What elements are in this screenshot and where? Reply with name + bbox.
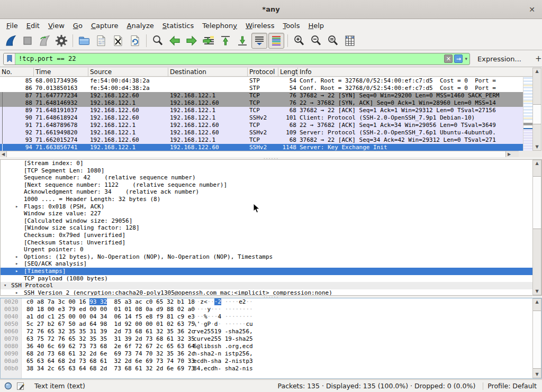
column-header-protocol[interactable]: Protocol: [248, 68, 278, 76]
packet-row-93[interactable]: 9371.662015274192.168.122.60192.168.122.…: [0, 136, 523, 144]
go-back-button[interactable]: [167, 33, 183, 49]
hex-bytes[interactable]: 65 63 64 68 2d 73 68 61 32 2d 6e 69 73 7…: [22, 358, 187, 365]
scrollbar-thumb[interactable]: [533, 104, 541, 124]
hex-row-0080[interactable]: 008036 40 6c 69 62 73 73 68 2e 6f 72 67 …: [1, 343, 541, 350]
stop-capture-button[interactable]: [20, 33, 35, 49]
zoom-reset-button[interactable]: [325, 33, 341, 49]
packet-row-91[interactable]: 9171.648789678192.168.122.1192.168.122.6…: [0, 122, 523, 129]
hscrollbar-thumb[interactable]: [6, 151, 506, 157]
detail-row[interactable]: Window size value: 227: [1, 210, 541, 217]
go-forward-button[interactable]: [184, 33, 200, 49]
hex-ascii[interactable]: h-sha2-n istp256,: [187, 350, 253, 358]
menu-file[interactable]: File: [2, 21, 22, 31]
column-header-time[interactable]: Time: [34, 68, 88, 76]
packet-list-scrollbar[interactable]: ▲ ▼: [532, 68, 541, 151]
packet-row-87[interactable]: 8771.647777234192.168.122.60192.168.122.…: [0, 92, 523, 99]
hex-bytes[interactable]: 5c 27 b2 67 50 ad 64 98 1d 92 00 00 01 0…: [22, 321, 187, 328]
filter-apply-icon[interactable]: →: [454, 54, 463, 63]
open-file-button[interactable]: [76, 33, 92, 49]
go-first-packet-button[interactable]: [218, 33, 233, 49]
filter-bookmark-button[interactable]: [4, 53, 15, 65]
auto-scroll-toggle[interactable]: [251, 33, 267, 49]
menu-edit[interactable]: Edit: [22, 21, 44, 31]
colorize-toggle[interactable]: [268, 33, 284, 49]
expanded-arrow-icon[interactable]: ▾: [4, 282, 6, 289]
hex-row-0040[interactable]: 0040a1 dd c1 25 00 00 04 34 06 14 f5 e8 …: [1, 313, 541, 321]
scroll-right-icon[interactable]: ▶: [506, 151, 512, 157]
add-filter-button[interactable]: +: [532, 54, 542, 63]
detail-row[interactable]: ▸Flags: 0x018 (PSH, ACK): [1, 203, 541, 211]
filter-dropdown-icon[interactable]: ▾: [465, 56, 467, 61]
detail-row[interactable]: Urgent pointer: 0: [1, 246, 541, 253]
hex-row-0090[interactable]: 009068 2d 73 68 61 32 2d 6e 69 73 74 70 …: [1, 350, 541, 358]
packet-row-92[interactable]: 9271.661949820192.168.122.1192.168.122.6…: [0, 129, 523, 136]
packet-row-88[interactable]: 8871.648146932192.168.122.1192.168.122.6…: [0, 99, 523, 107]
filter-clear-icon[interactable]: ✕: [444, 54, 453, 63]
packet-row-85[interactable]: 8568.001734936fe:54:00:d4:38:2aSTP54Conf…: [0, 77, 523, 85]
save-file-button[interactable]: 010101100011: [93, 33, 109, 49]
hex-row-00a0[interactable]: 00a065 63 64 68 2d 73 68 61 32 2d 6e 69 …: [1, 358, 541, 365]
profile-status[interactable]: Profile: Default: [487, 382, 537, 390]
column-header-source[interactable]: Source: [88, 68, 168, 76]
detail-row[interactable]: 1000 .... = Header Length: 32 bytes (8): [1, 196, 541, 203]
packet-list-header[interactable]: No.TimeSourceDestinationProtocolLengthIn…: [0, 68, 533, 77]
hex-ascii[interactable]: 84,ecdh- sha2-nis: [187, 365, 253, 372]
scroll-left-icon[interactable]: ◀: [0, 151, 6, 157]
restart-capture-button[interactable]: [37, 33, 52, 49]
resize-columns-button[interactable]: [342, 33, 358, 49]
column-header-no[interactable]: No.: [0, 68, 34, 76]
hex-bytes[interactable]: c0 a8 7a 3c 00 16 93 32 85 a3 ac c0 65 3…: [22, 298, 187, 306]
hex-bytes[interactable]: 80 18 00 e3 79 ed 00 00 01 01 08 0a d9 8…: [22, 306, 187, 313]
packet-list-hscrollbar[interactable]: ◀ ▶: [0, 151, 519, 157]
detail-row[interactable]: [Window size scaling factor: 128]: [1, 224, 541, 232]
close-file-button[interactable]: [110, 33, 126, 49]
scroll-down-icon[interactable]: ▼: [533, 288, 541, 295]
detail-row[interactable]: ▸Options: (12 bytes), No-Operation (NOP)…: [1, 253, 541, 261]
collapsed-arrow-icon[interactable]: ▸: [15, 203, 18, 211]
title-bar[interactable]: *any ✕: [0, 0, 542, 19]
scroll-up-icon[interactable]: ▲: [533, 299, 541, 305]
column-header-info[interactable]: Info: [298, 68, 533, 76]
menu-go[interactable]: Go: [69, 21, 87, 31]
detail-row[interactable]: Acknowledgment number: 34 (relative ack …: [1, 188, 541, 196]
filter-expression-value[interactable]: !tcp.port == 22: [15, 55, 444, 62]
collapsed-arrow-icon[interactable]: ▸: [15, 268, 18, 275]
hex-bytes[interactable]: 72 76 65 32 35 35 31 39 2d 73 68 61 32 3…: [22, 328, 187, 335]
detail-row[interactable]: ▸[SEQ/ACK analysis]: [1, 260, 541, 268]
hex-row-0020[interactable]: 0020c0 a8 7a 3c 00 16 93 32 85 a3 ac c0 …: [1, 298, 541, 306]
hex-row-0050[interactable]: 00505c 27 b2 67 50 ad 64 98 1d 92 00 00 …: [1, 321, 541, 328]
hex-ascii[interactable]: curve255 19-sha25: [187, 335, 253, 343]
hex-ascii[interactable]: rve25519 -sha256,: [187, 328, 253, 335]
zoom-in-button[interactable]: [291, 33, 307, 49]
detail-row[interactable]: ▾SSH Protocol: [1, 282, 541, 289]
detail-row[interactable]: TCP payload (1080 bytes): [1, 275, 541, 282]
scrollbar-thumb[interactable]: [533, 176, 541, 229]
menu-view[interactable]: View: [44, 21, 69, 31]
scroll-down-icon[interactable]: ▼: [533, 371, 541, 378]
hex-ascii[interactable]: ··z<···2 ····e2··: [187, 298, 253, 306]
packet-row-89[interactable]: 8971.648191037192.168.122.60192.168.122.…: [0, 107, 523, 114]
scroll-down-icon[interactable]: ▼: [533, 144, 541, 150]
detail-row[interactable]: [Next sequence number: 1122 (relative se…: [1, 181, 541, 189]
hex-bytes[interactable]: 63 75 72 76 65 32 35 35 31 39 2d 73 68 6…: [22, 335, 187, 343]
capture-comment-icon[interactable]: [16, 382, 25, 390]
hex-ascii[interactable]: ···%···4 ········: [187, 313, 253, 321]
go-last-packet-button[interactable]: [234, 33, 250, 49]
scroll-up-icon[interactable]: ▲: [533, 68, 541, 75]
column-header-destination[interactable]: Destination: [168, 68, 248, 76]
expression-button[interactable]: Expression...: [477, 55, 521, 63]
detail-row[interactable]: [TCP Segment Len: 1080]: [1, 167, 541, 175]
packet-row-94[interactable]: 9471.663856741192.168.122.1192.168.122.6…: [0, 144, 523, 151]
detail-row[interactable]: ▸[Timestamps]: [1, 268, 541, 275]
hex-row-0030[interactable]: 003080 18 00 e3 79 ed 00 00 01 01 08 0a …: [1, 306, 541, 313]
find-packet-button[interactable]: [150, 33, 166, 49]
hex-row-00b0[interactable]: 00b038 34 2c 65 63 64 68 2d 73 68 61 32 …: [1, 365, 541, 372]
detail-row[interactable]: [Stream index: 0]: [1, 160, 541, 167]
zoom-out-button[interactable]: [308, 33, 324, 49]
menu-help[interactable]: Help: [304, 21, 328, 31]
display-filter-input[interactable]: !tcp.port == 22 ✕ → ▾: [3, 53, 470, 65]
scrollbar-thumb[interactable]: [533, 311, 541, 369]
hex-bytes[interactable]: 38 34 2c 65 63 64 68 2d 73 68 61 32 2d 6…: [22, 365, 187, 372]
hex-row-0070[interactable]: 007063 75 72 76 65 32 35 35 31 39 2d 73 …: [1, 335, 541, 343]
hex-bytes[interactable]: 36 40 6c 69 62 73 73 68 2e 6f 72 67 2c 6…: [22, 343, 187, 350]
